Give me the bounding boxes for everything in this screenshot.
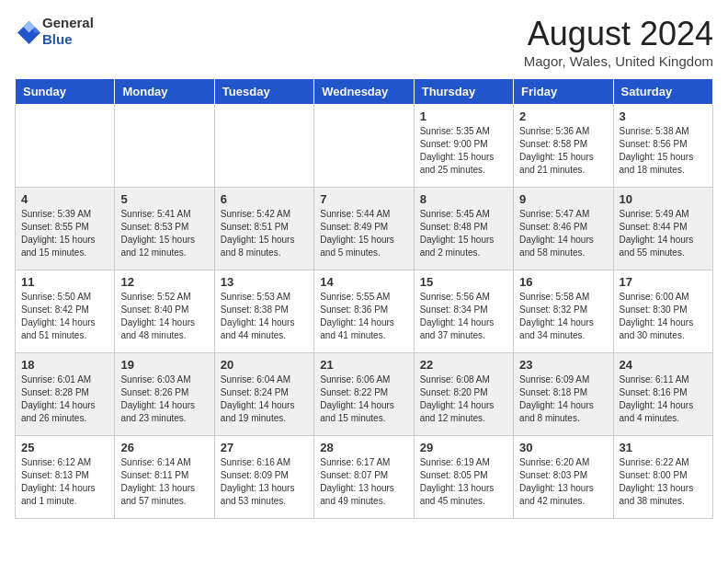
calendar-cell	[115, 105, 214, 188]
day-info: Sunrise: 5:55 AM Sunset: 8:36 PM Dayligh…	[320, 291, 407, 342]
logo: General Blue	[15, 15, 94, 48]
day-info: Sunrise: 5:38 AM Sunset: 8:56 PM Dayligh…	[620, 125, 707, 177]
day-info: Sunrise: 5:41 AM Sunset: 8:53 PM Dayligh…	[120, 208, 208, 259]
calendar-cell: 4Sunrise: 5:39 AM Sunset: 8:55 PM Daylig…	[16, 188, 115, 270]
day-number: 29	[420, 441, 507, 454]
day-number: 15	[420, 275, 507, 289]
calendar-table: SundayMondayTuesdayWednesdayThursdayFrid…	[15, 78, 713, 519]
calendar-cell: 23Sunrise: 6:09 AM Sunset: 8:18 PM Dayli…	[514, 353, 613, 436]
day-info: Sunrise: 6:01 AM Sunset: 8:28 PM Dayligh…	[21, 373, 108, 425]
day-number: 4	[21, 192, 108, 206]
col-header-wednesday: Wednesday	[314, 79, 414, 105]
day-info: Sunrise: 5:50 AM Sunset: 8:42 PM Dayligh…	[21, 291, 108, 342]
calendar-cell: 3Sunrise: 5:38 AM Sunset: 8:56 PM Daylig…	[613, 105, 712, 188]
day-info: Sunrise: 5:56 AM Sunset: 8:34 PM Dayligh…	[420, 291, 507, 342]
day-number: 28	[320, 441, 407, 454]
day-info: Sunrise: 5:44 AM Sunset: 8:49 PM Dayligh…	[320, 208, 407, 259]
day-number: 13	[221, 275, 308, 289]
month-title: August 2024	[524, 15, 713, 53]
calendar-cell: 13Sunrise: 5:53 AM Sunset: 8:38 PM Dayli…	[214, 270, 313, 353]
calendar-week-2: 4Sunrise: 5:39 AM Sunset: 8:55 PM Daylig…	[16, 188, 713, 270]
col-header-friday: Friday	[514, 79, 613, 105]
day-info: Sunrise: 5:42 AM Sunset: 8:51 PM Dayligh…	[221, 208, 308, 259]
day-number: 26	[120, 441, 208, 454]
day-number: 30	[519, 441, 607, 454]
calendar-cell: 25Sunrise: 6:12 AM Sunset: 8:13 PM Dayli…	[16, 436, 115, 519]
day-info: Sunrise: 6:04 AM Sunset: 8:24 PM Dayligh…	[221, 373, 308, 425]
calendar-cell	[314, 105, 414, 188]
calendar-cell: 27Sunrise: 6:16 AM Sunset: 8:09 PM Dayli…	[214, 436, 313, 519]
day-info: Sunrise: 5:47 AM Sunset: 8:46 PM Dayligh…	[519, 208, 607, 259]
calendar-cell	[16, 105, 115, 188]
day-number: 18	[21, 358, 108, 372]
day-number: 12	[120, 275, 208, 289]
col-header-tuesday: Tuesday	[214, 79, 313, 105]
day-number: 20	[221, 358, 308, 372]
calendar-cell: 1Sunrise: 5:35 AM Sunset: 9:00 PM Daylig…	[414, 105, 513, 188]
day-number: 22	[420, 358, 507, 372]
day-number: 5	[120, 192, 208, 206]
location-subtitle: Magor, Wales, United Kingdom	[524, 53, 713, 69]
day-number: 14	[320, 275, 407, 289]
day-number: 27	[221, 441, 308, 454]
calendar-week-5: 25Sunrise: 6:12 AM Sunset: 8:13 PM Dayli…	[16, 436, 713, 519]
calendar-cell: 24Sunrise: 6:11 AM Sunset: 8:16 PM Dayli…	[613, 353, 712, 436]
day-info: Sunrise: 5:45 AM Sunset: 8:48 PM Dayligh…	[420, 208, 507, 259]
calendar-cell: 6Sunrise: 5:42 AM Sunset: 8:51 PM Daylig…	[214, 188, 313, 270]
day-number: 10	[620, 192, 707, 206]
title-area: August 2024 Magor, Wales, United Kingdom	[524, 15, 713, 69]
calendar-cell: 28Sunrise: 6:17 AM Sunset: 8:07 PM Dayli…	[314, 436, 414, 519]
calendar-cell: 8Sunrise: 5:45 AM Sunset: 8:48 PM Daylig…	[414, 188, 513, 270]
calendar-cell: 2Sunrise: 5:36 AM Sunset: 8:58 PM Daylig…	[514, 105, 613, 188]
calendar-cell: 12Sunrise: 5:52 AM Sunset: 8:40 PM Dayli…	[115, 270, 214, 353]
day-info: Sunrise: 6:08 AM Sunset: 8:20 PM Dayligh…	[420, 373, 507, 425]
calendar-cell: 15Sunrise: 5:56 AM Sunset: 8:34 PM Dayli…	[414, 270, 513, 353]
calendar-cell: 30Sunrise: 6:20 AM Sunset: 8:03 PM Dayli…	[514, 436, 613, 519]
day-number: 1	[420, 109, 507, 123]
day-number: 25	[21, 441, 108, 454]
day-info: Sunrise: 6:11 AM Sunset: 8:16 PM Dayligh…	[620, 373, 707, 425]
calendar-cell: 20Sunrise: 6:04 AM Sunset: 8:24 PM Dayli…	[214, 353, 313, 436]
day-info: Sunrise: 5:53 AM Sunset: 8:38 PM Dayligh…	[221, 291, 308, 342]
calendar-week-4: 18Sunrise: 6:01 AM Sunset: 8:28 PM Dayli…	[16, 353, 713, 436]
day-number: 24	[620, 358, 707, 372]
col-header-saturday: Saturday	[613, 79, 712, 105]
day-info: Sunrise: 5:36 AM Sunset: 8:58 PM Dayligh…	[519, 125, 607, 177]
day-number: 7	[320, 192, 407, 206]
calendar-cell: 29Sunrise: 6:19 AM Sunset: 8:05 PM Dayli…	[414, 436, 513, 519]
calendar-cell: 26Sunrise: 6:14 AM Sunset: 8:11 PM Dayli…	[115, 436, 214, 519]
day-info: Sunrise: 6:00 AM Sunset: 8:30 PM Dayligh…	[620, 291, 707, 342]
col-header-thursday: Thursday	[414, 79, 513, 105]
day-number: 2	[519, 109, 607, 123]
calendar-cell: 16Sunrise: 5:58 AM Sunset: 8:32 PM Dayli…	[514, 270, 613, 353]
day-number: 16	[519, 275, 607, 289]
day-number: 21	[320, 358, 407, 372]
day-info: Sunrise: 6:22 AM Sunset: 8:00 PM Dayligh…	[620, 456, 707, 508]
logo-text: General Blue	[42, 15, 94, 48]
calendar-cell: 21Sunrise: 6:06 AM Sunset: 8:22 PM Dayli…	[314, 353, 414, 436]
calendar-cell: 19Sunrise: 6:03 AM Sunset: 8:26 PM Dayli…	[115, 353, 214, 436]
calendar-cell: 31Sunrise: 6:22 AM Sunset: 8:00 PM Dayli…	[613, 436, 712, 519]
calendar-cell	[214, 105, 313, 188]
calendar-cell: 10Sunrise: 5:49 AM Sunset: 8:44 PM Dayli…	[613, 188, 712, 270]
day-number: 17	[620, 275, 707, 289]
calendar-cell: 17Sunrise: 6:00 AM Sunset: 8:30 PM Dayli…	[613, 270, 712, 353]
calendar-week-1: 1Sunrise: 5:35 AM Sunset: 9:00 PM Daylig…	[16, 105, 713, 188]
day-info: Sunrise: 5:49 AM Sunset: 8:44 PM Dayligh…	[620, 208, 707, 259]
calendar-cell: 5Sunrise: 5:41 AM Sunset: 8:53 PM Daylig…	[115, 188, 214, 270]
col-header-sunday: Sunday	[16, 79, 115, 105]
day-info: Sunrise: 6:03 AM Sunset: 8:26 PM Dayligh…	[120, 373, 208, 425]
day-info: Sunrise: 6:09 AM Sunset: 8:18 PM Dayligh…	[519, 373, 607, 425]
day-info: Sunrise: 5:39 AM Sunset: 8:55 PM Dayligh…	[21, 208, 108, 259]
day-number: 31	[620, 441, 707, 454]
day-info: Sunrise: 5:35 AM Sunset: 9:00 PM Dayligh…	[420, 125, 507, 177]
page-header: General Blue August 2024 Magor, Wales, U…	[15, 15, 713, 69]
day-info: Sunrise: 6:20 AM Sunset: 8:03 PM Dayligh…	[519, 456, 607, 508]
calendar-header-row: SundayMondayTuesdayWednesdayThursdayFrid…	[16, 79, 713, 105]
day-number: 9	[519, 192, 607, 206]
calendar-cell: 11Sunrise: 5:50 AM Sunset: 8:42 PM Dayli…	[16, 270, 115, 353]
day-info: Sunrise: 5:58 AM Sunset: 8:32 PM Dayligh…	[519, 291, 607, 342]
calendar-cell: 7Sunrise: 5:44 AM Sunset: 8:49 PM Daylig…	[314, 188, 414, 270]
day-number: 23	[519, 358, 607, 372]
col-header-monday: Monday	[115, 79, 214, 105]
